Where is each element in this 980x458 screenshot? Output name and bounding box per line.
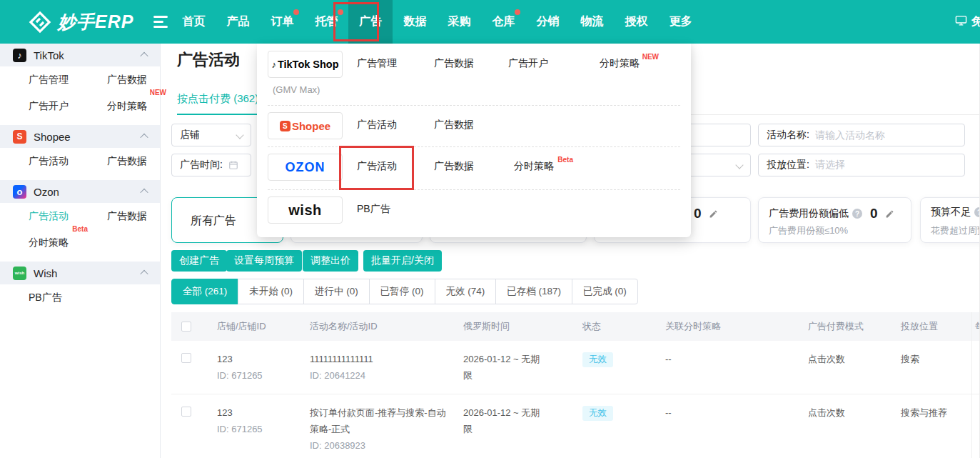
sidebar-item-ozon-campaigns[interactable]: 广告活动 (29, 203, 69, 229)
row-checkbox[interactable] (181, 353, 191, 363)
sidebar-item-tiktok-ad-data[interactable]: 广告数据 (107, 66, 147, 93)
beta-badge: Beta (72, 225, 88, 233)
nav-item-warehouse[interactable]: 仓库 (481, 0, 525, 44)
col-time: 俄罗斯时间 (453, 320, 572, 333)
top-navbar: 妙手ERP 首页 产品 订单 托管 广告 数据 采购 仓库 分销 物流 授权 更… (0, 0, 980, 44)
campaign-name-input[interactable] (815, 129, 956, 141)
nav-item-purchase[interactable]: 采购 (437, 0, 481, 44)
ad-position: 搜索 (891, 341, 971, 377)
chevron-up-icon[interactable] (140, 134, 148, 141)
status-tab-invalid[interactable]: 无效 (74) (435, 279, 497, 304)
gmv-max-label: (GMV Max) (273, 84, 320, 95)
status-tab-completed[interactable]: 已完成 (0) (572, 279, 638, 304)
card-low-budget[interactable]: 预算不足 ? 花费超过周预 (920, 197, 980, 243)
nav-item-authorization[interactable]: 授权 (614, 0, 658, 44)
nav-item-more[interactable]: 更多 (658, 0, 702, 44)
adjust-bid-button[interactable]: 调整出价 (303, 250, 358, 272)
edit-pencil-icon[interactable] (885, 209, 894, 219)
navbar-right-link[interactable]: 免 (955, 0, 980, 44)
section-label: Ozon (34, 186, 59, 198)
nav-item-home[interactable]: 首页 (171, 0, 216, 44)
ad-time-filter[interactable]: 广告时间: (171, 154, 251, 176)
shopee-icon: S (13, 130, 26, 144)
logo-icon (29, 11, 51, 34)
ad-position: 搜索与推荐 (891, 394, 971, 431)
nav-item-hosting[interactable]: 托管 (304, 0, 348, 44)
tiktok-shop-logo[interactable]: ♪ TikTok Shop (268, 51, 343, 78)
sidebar-item-wish-pb-ads[interactable]: PB广告 (29, 284, 62, 311)
chevron-up-icon[interactable] (140, 270, 148, 278)
dropdown-shopee-ad-data[interactable]: 广告数据 (434, 119, 474, 131)
sidebar: ♪ TikTok 广告管理 广告数据 广告开户 分时策略 NEW S Shope… (0, 44, 161, 458)
status-tab-archived[interactable]: 已存档 (187) (495, 279, 572, 304)
campaign-name-filter[interactable]: 活动名称: (758, 124, 965, 146)
sidebar-section-shopee[interactable]: S Shopee (0, 125, 160, 148)
status-badge: 无效 (582, 406, 613, 421)
nav-item-orders[interactable]: 订单 (260, 0, 304, 44)
dropdown-ozon-timing-strategy[interactable]: 分时策略 Beta (514, 160, 554, 173)
nav-item-ads[interactable]: 广告 (348, 0, 393, 44)
help-icon[interactable]: ? (852, 209, 862, 219)
hamburger-icon[interactable] (153, 16, 169, 28)
wish-logo[interactable]: wish (268, 196, 343, 224)
dropdown-ozon-campaigns[interactable]: 广告活动 (357, 160, 397, 173)
app-logo[interactable]: 妙手ERP (0, 10, 133, 34)
sidebar-item-ozon-timing-strategy[interactable]: 分时策略 Beta (29, 229, 69, 256)
notification-dot (515, 9, 520, 15)
card-low-fee-share[interactable]: 广告费用份额偏低 ? 0 广告费用份额≤10% (758, 197, 911, 243)
nav-item-logistics[interactable]: 物流 (570, 0, 614, 44)
col-pay-mode: 广告付费模式 (798, 320, 891, 333)
shop-id: ID: 671265 (217, 421, 300, 437)
shop-name: 123 (217, 404, 300, 421)
dropdown-tiktok-ad-manage[interactable]: 广告管理 (357, 57, 397, 70)
status-tab-running[interactable]: 进行中 (0) (303, 279, 370, 304)
edit-pencil-icon[interactable] (709, 209, 718, 219)
shopee-logo[interactable]: S Shopee (268, 112, 343, 139)
sidebar-section-ozon[interactable]: o Ozon (0, 180, 160, 203)
tab-pay-per-click[interactable]: 按点击付费 (362) (177, 90, 258, 115)
shop-select[interactable]: 店铺 (171, 124, 251, 146)
main-nav: 首页 产品 订单 托管 广告 数据 采购 仓库 分销 物流 授权 更多 (171, 0, 702, 44)
ads-dropdown-panel: ♪ TikTok Shop (GMV Max) 广告管理 广告数据 广告开户 分… (257, 44, 691, 237)
row-checkbox[interactable] (181, 407, 191, 417)
sidebar-section-wish[interactable]: wish Wish (0, 262, 160, 284)
position-filter[interactable]: 投放位置: 请选择 (758, 154, 965, 176)
chevron-down-icon (735, 161, 743, 169)
nav-item-products[interactable]: 产品 (216, 0, 260, 44)
table-row: 123ID: 671265 按订单付款页面-推荐与搜索-自动策略-正式ID: 2… (171, 394, 980, 458)
nav-item-distribution[interactable]: 分销 (525, 0, 570, 44)
sidebar-item-ozon-ad-data[interactable]: 广告数据 (107, 203, 147, 229)
sidebar-item-tiktok-ad-manage[interactable]: 广告管理 (29, 66, 69, 93)
sidebar-section-tiktok[interactable]: ♪ TikTok (0, 44, 160, 66)
card-title: 广告费用份额偏低 (769, 207, 849, 220)
status-tab-all[interactable]: 全部 (261) (171, 279, 238, 304)
nav-item-data[interactable]: 数据 (393, 0, 437, 44)
pay-mode: 点击次数 (798, 394, 891, 431)
russia-time: 2026-01-12 ~ 无期限 (453, 394, 572, 447)
sidebar-item-tiktok-ad-account[interactable]: 广告开户 (29, 93, 69, 119)
app-title: 妙手ERP (58, 10, 133, 34)
select-all-checkbox[interactable] (181, 322, 191, 332)
position-label: 投放位置: (767, 159, 809, 171)
ozon-logo[interactable]: OZON (268, 154, 343, 181)
russia-time: 2026-01-12 ~ 无期限 (453, 341, 572, 394)
dropdown-tiktok-timing-strategy[interactable]: 分时策略 NEW (600, 57, 640, 70)
campaign-name: 11111111111111 (310, 351, 453, 367)
bulk-toggle-button[interactable]: 批量开启/关闭 (363, 250, 442, 272)
dropdown-ozon-ad-data[interactable]: 广告数据 (434, 160, 474, 173)
sidebar-item-tiktok-timing-strategy[interactable]: 分时策略 NEW (107, 93, 147, 119)
create-ad-button[interactable]: 创建广告 (171, 250, 227, 272)
tiktok-note-icon: ♪ (271, 59, 276, 70)
status-tab-paused[interactable]: 已暂停 (0) (369, 279, 435, 304)
sidebar-item-shopee-ad-data[interactable]: 广告数据 (107, 148, 147, 174)
sidebar-item-shopee-campaigns[interactable]: 广告活动 (29, 148, 69, 174)
chevron-up-icon[interactable] (140, 189, 148, 196)
dropdown-shopee-campaigns[interactable]: 广告活动 (357, 119, 397, 131)
set-weekly-budget-button[interactable]: 设置每周预算 (226, 250, 302, 272)
status-tab-not-started[interactable]: 未开始 (0) (238, 279, 304, 304)
dropdown-wish-pb-ads[interactable]: PB广告 (357, 203, 390, 216)
ozon-icon: o (13, 185, 26, 199)
chevron-up-icon[interactable] (140, 52, 148, 60)
dropdown-tiktok-ad-account[interactable]: 广告开户 (508, 57, 548, 70)
dropdown-tiktok-ad-data[interactable]: 广告数据 (434, 57, 474, 70)
